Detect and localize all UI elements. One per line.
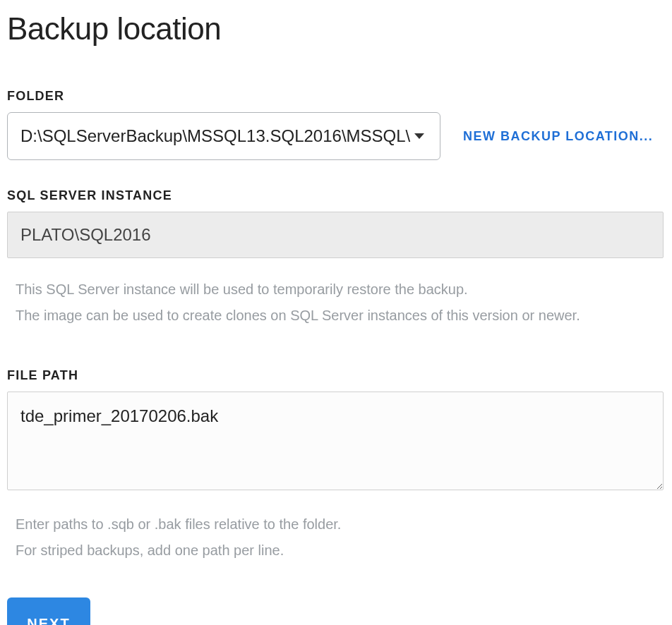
next-button[interactable]: NEXT [7,597,90,625]
folder-section: FOLDER D:\SQLServerBackup\MSSQL13.SQL201… [7,89,665,160]
file-path-label: FILE PATH [7,368,665,383]
sql-instance-label: SQL SERVER INSTANCE [7,188,665,203]
sql-instance-help-2: The image can be used to create clones o… [16,303,665,329]
folder-select[interactable]: D:\SQLServerBackup\MSSQL13.SQL2016\MSSQL… [7,112,440,160]
new-backup-location-link[interactable]: NEW BACKUP LOCATION... [463,129,653,144]
file-path-section: FILE PATH Enter paths to .sqb or .bak fi… [7,368,665,564]
sql-instance-help-1: This SQL Server instance will be used to… [16,277,665,303]
page-title: Backup location [7,11,665,47]
file-path-help-2: For striped backups, add one path per li… [16,538,665,564]
sql-instance-value: PLATO\SQL2016 [7,212,664,258]
folder-selected-value: D:\SQLServerBackup\MSSQL13.SQL2016\MSSQL… [20,126,412,146]
sql-instance-section: SQL SERVER INSTANCE PLATO\SQL2016 This S… [7,188,665,329]
file-path-input[interactable] [7,392,664,490]
chevron-down-icon [414,133,424,139]
folder-label: FOLDER [7,89,665,104]
file-path-help-1: Enter paths to .sqb or .bak files relati… [16,511,665,538]
folder-row: D:\SQLServerBackup\MSSQL13.SQL2016\MSSQL… [7,112,665,160]
